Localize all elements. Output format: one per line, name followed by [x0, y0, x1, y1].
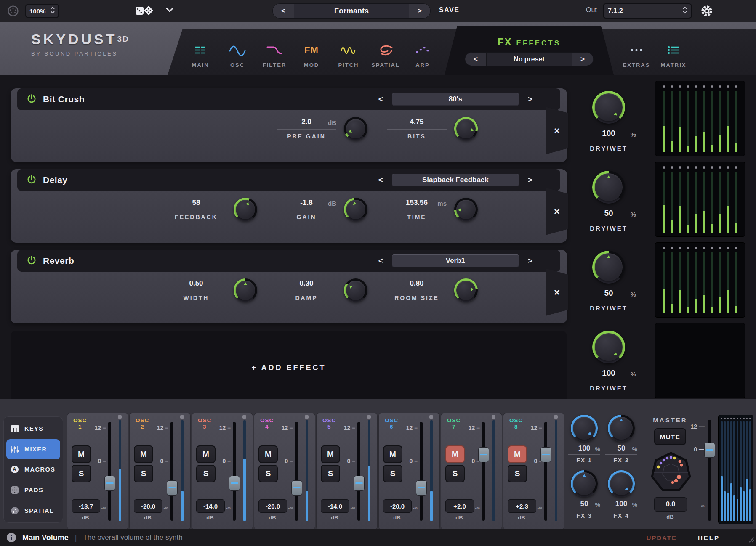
fader-handle[interactable]: [416, 480, 427, 496]
solo-button[interactable]: S: [321, 465, 340, 482]
power-icon[interactable]: [27, 93, 37, 105]
volume-fader[interactable]: [420, 422, 423, 521]
mute-button[interactable]: M: [196, 445, 216, 463]
fader-handle[interactable]: [104, 476, 115, 491]
help-link[interactable]: HELP: [698, 534, 720, 541]
add-effect-button[interactable]: + ADD EFFECT: [11, 331, 567, 405]
midi-icon[interactable]: [7, 5, 19, 17]
fx-send-knob[interactable]: [571, 470, 598, 497]
param-knob[interactable]: [344, 117, 367, 140]
volume-fader[interactable]: [544, 422, 547, 521]
tab-arp[interactable]: ARP: [404, 33, 441, 75]
mute-button[interactable]: M: [134, 445, 153, 463]
tab-osc[interactable]: OSC: [219, 33, 256, 75]
tab-spatial[interactable]: SPATIAL: [367, 33, 404, 75]
power-icon[interactable]: [27, 174, 37, 186]
fader-handle[interactable]: [291, 480, 302, 496]
resize-grip-icon[interactable]: [748, 536, 754, 544]
close-icon[interactable]: ×: [551, 206, 562, 217]
mute-button[interactable]: M: [72, 445, 91, 463]
effect-preset-value[interactable]: Verb1: [392, 254, 519, 267]
preset-prev-button[interactable]: <: [376, 256, 386, 266]
global-preset-value[interactable]: Formants: [294, 4, 409, 18]
sidebar-item-spatial[interactable]: SPATIAL: [6, 500, 60, 521]
volume-fader[interactable]: [108, 422, 111, 521]
fader-handle[interactable]: [229, 476, 240, 491]
tab-pitch[interactable]: PITCH: [330, 33, 367, 75]
close-icon[interactable]: ×: [551, 287, 562, 298]
fx-send-knob[interactable]: [608, 470, 635, 497]
preset-prev-button[interactable]: <: [376, 94, 386, 104]
effect-preset-value[interactable]: Slapback Feedback: [392, 174, 519, 186]
solo-button[interactable]: S: [258, 465, 278, 482]
effect-preset-value[interactable]: 80's: [392, 93, 519, 106]
solo-button[interactable]: S: [134, 465, 153, 482]
sidebar-item-mixer[interactable]: MIXER: [6, 439, 60, 460]
param-knob[interactable]: [234, 278, 257, 302]
solo-button[interactable]: S: [508, 465, 527, 482]
fx-preset-next-button[interactable]: >: [572, 53, 593, 66]
power-icon[interactable]: [27, 255, 37, 267]
tab-matrix[interactable]: MATRIX: [655, 29, 692, 75]
fader-handle[interactable]: [540, 447, 551, 462]
dry-wet-knob[interactable]: [592, 251, 625, 284]
preset-next-button[interactable]: >: [525, 175, 535, 185]
dry-wet-knob[interactable]: [592, 171, 625, 204]
param-knob[interactable]: [454, 278, 478, 302]
tab-extras[interactable]: EXTRAS: [618, 29, 655, 75]
mute-button[interactable]: M: [383, 445, 402, 463]
volume-fader[interactable]: [357, 422, 360, 521]
gear-icon[interactable]: [700, 5, 713, 19]
master-fader-handle[interactable]: [704, 443, 715, 458]
fx-send-knob[interactable]: [608, 415, 635, 442]
close-icon[interactable]: ×: [551, 125, 562, 136]
dry-wet-knob[interactable]: [592, 331, 625, 363]
solo-button[interactable]: S: [72, 465, 91, 482]
volume-fader[interactable]: [233, 422, 236, 521]
volume-fader[interactable]: [482, 422, 485, 521]
fx-preset-value[interactable]: No preset: [486, 53, 572, 66]
volume-fader[interactable]: [295, 422, 298, 521]
sidebar-item-keys[interactable]: KEYS: [6, 419, 60, 439]
fader-handle[interactable]: [478, 447, 489, 462]
solo-button[interactable]: S: [383, 465, 402, 482]
fader-handle[interactable]: [167, 480, 178, 496]
chevron-down-icon[interactable]: [165, 7, 174, 14]
fader-handle[interactable]: [354, 476, 365, 491]
mute-button[interactable]: M: [445, 445, 465, 463]
sidebar-item-macros[interactable]: A MACROS: [6, 459, 60, 480]
master-fader[interactable]: [708, 420, 711, 521]
preset-next-button[interactable]: >: [525, 256, 535, 266]
mute-button[interactable]: M: [321, 445, 340, 463]
mute-button[interactable]: M: [258, 445, 278, 463]
output-format-select[interactable]: 7.1.2: [603, 3, 692, 19]
preset-prev-button[interactable]: <: [273, 4, 294, 18]
tab-main[interactable]: MAIN: [182, 33, 219, 75]
fx-preset-prev-button[interactable]: <: [465, 53, 486, 66]
preset-prev-button[interactable]: <: [376, 175, 386, 185]
dry-wet-knob[interactable]: [592, 91, 625, 124]
mute-button[interactable]: M: [508, 445, 527, 463]
solo-button[interactable]: S: [445, 465, 465, 482]
volume-fader[interactable]: [170, 422, 173, 521]
sidebar-item-pads[interactable]: PADS: [6, 480, 60, 501]
param-knob[interactable]: [454, 117, 478, 140]
param-knob[interactable]: [234, 198, 257, 221]
randomize-dice-icon[interactable]: [135, 4, 154, 19]
spatial-display[interactable]: [650, 451, 692, 493]
master-mute-button[interactable]: MUTE: [654, 428, 686, 445]
param-knob[interactable]: [344, 198, 367, 221]
solo-button[interactable]: S: [196, 465, 216, 482]
stepper-arrows-icon[interactable]: [51, 6, 55, 16]
zoom-stepper[interactable]: 100%: [25, 4, 59, 18]
fx-send-knob[interactable]: [571, 415, 598, 442]
tab-filter[interactable]: FILTER: [256, 33, 293, 75]
preset-next-button[interactable]: >: [409, 4, 430, 18]
param-knob[interactable]: [454, 198, 478, 221]
save-button[interactable]: SAVE: [437, 6, 462, 14]
tab-mod[interactable]: FM MOD: [293, 33, 330, 75]
update-link[interactable]: UPDATE: [646, 534, 677, 541]
param-knob[interactable]: [344, 278, 367, 302]
stepper-arrows-icon[interactable]: [683, 6, 687, 16]
preset-next-button[interactable]: >: [525, 94, 535, 104]
